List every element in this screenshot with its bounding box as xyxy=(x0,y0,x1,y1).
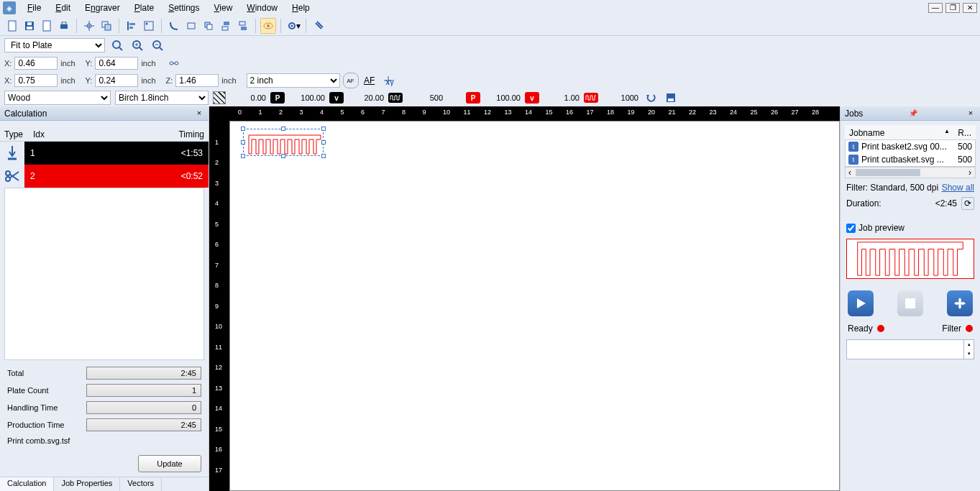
x2-input[interactable] xyxy=(14,74,58,87)
job-artwork[interactable] xyxy=(247,134,322,155)
x1-input[interactable] xyxy=(14,57,58,70)
y1-input[interactable] xyxy=(95,57,138,70)
zoom-select[interactable]: Fit to Plate xyxy=(4,38,105,52)
stop-button[interactable] xyxy=(897,290,923,316)
svg-rect-23 xyxy=(241,27,247,30)
zoom-out-icon[interactable] xyxy=(150,37,165,53)
black-v: 20.00 xyxy=(348,93,384,102)
black-ppi: 500 xyxy=(407,93,443,102)
link-xy-icon[interactable] xyxy=(166,55,182,71)
play-button[interactable] xyxy=(848,290,874,316)
save-material-icon[interactable] xyxy=(663,90,679,106)
canvas-area: 0123456789101112131415161718192021222324… xyxy=(209,106,840,491)
zoom-fit-icon[interactable] xyxy=(109,37,125,53)
material-row: Wood Birch 1.8inch 0.00 P100.00 v20.00 5… xyxy=(0,89,980,106)
y2-input[interactable] xyxy=(95,74,138,87)
red-v: 1.00 xyxy=(544,93,580,102)
show-all-link[interactable]: Show all xyxy=(942,183,974,193)
pin-icon[interactable]: 📌 xyxy=(909,109,917,117)
tab-calculation[interactable]: Calculation xyxy=(0,477,54,491)
outline-icon[interactable] xyxy=(166,18,182,34)
svg-rect-44 xyxy=(668,98,674,101)
update-button[interactable]: Update xyxy=(138,455,201,472)
thickness-select[interactable]: 2 inch xyxy=(247,73,340,88)
jobs-header[interactable]: Jobname▲R... xyxy=(845,125,976,140)
menu-window[interactable]: Window xyxy=(239,1,285,14)
filter-input[interactable]: ▴▾ xyxy=(846,339,974,359)
menu-plate[interactable]: Plate xyxy=(127,1,161,14)
rect-tool-icon[interactable] xyxy=(183,18,199,34)
menu-settings[interactable]: Settings xyxy=(161,1,206,14)
svg-line-33 xyxy=(139,47,142,50)
jobs-scrollbar[interactable]: ‹› xyxy=(845,167,976,178)
configure-icon[interactable] xyxy=(311,18,326,34)
tab-vectors[interactable]: Vectors xyxy=(120,477,162,491)
calc-row[interactable]: 1<1:53 xyxy=(0,142,209,165)
menu-view[interactable]: View xyxy=(207,1,240,14)
close-jobs-icon[interactable]: × xyxy=(966,109,976,119)
print-icon[interactable] xyxy=(56,18,72,34)
xyz-move-icon[interactable]: xyz xyxy=(380,73,396,88)
menu-engraver[interactable]: Engraver xyxy=(78,1,127,14)
red-p: 100.00 xyxy=(485,93,521,102)
maximize-icon[interactable]: ❐ xyxy=(945,3,960,13)
calc-row[interactable]: 2<0:52 xyxy=(0,165,209,188)
z-input[interactable] xyxy=(175,74,219,87)
menubar: ◈ File Edit Engraver Plate Settings View… xyxy=(0,0,980,16)
print-file: Print comb.svg.tsf xyxy=(7,433,201,455)
order-back-icon[interactable] xyxy=(235,18,251,34)
svg-rect-21 xyxy=(222,27,228,30)
coord-row-1: X:inch Y:inch xyxy=(0,55,980,72)
red-v-badge: v xyxy=(525,92,539,104)
align-left-icon[interactable] xyxy=(124,18,139,34)
menu-help[interactable]: Help xyxy=(285,1,317,14)
close-panel-icon[interactable]: × xyxy=(194,109,204,119)
calc-title: Calculation xyxy=(4,109,47,119)
undo-icon[interactable] xyxy=(643,90,659,106)
red-ppi: 1000 xyxy=(603,93,638,102)
handling-value: 0 xyxy=(86,401,201,414)
close-icon[interactable]: ✕ xyxy=(963,3,977,13)
eye-icon[interactable] xyxy=(260,18,276,34)
autofocus-icon[interactable]: AF xyxy=(343,73,359,88)
material-group-select[interactable]: Wood xyxy=(4,91,111,105)
material-name-select[interactable]: Birch 1.8inch xyxy=(115,91,209,105)
new-icon[interactable] xyxy=(4,18,20,34)
af-down-icon[interactable]: AF xyxy=(362,73,377,88)
ruler-horizontal: 0123456789101112131415161718192021222324… xyxy=(229,106,840,121)
job-row[interactable]: tPrint cutbasket.svg ...500 xyxy=(846,153,975,166)
hatch-icon[interactable] xyxy=(213,91,226,104)
stack-icon[interactable] xyxy=(201,18,216,34)
filter-label: Filter xyxy=(942,323,961,334)
ready-dot xyxy=(877,325,884,332)
marker-icon[interactable] xyxy=(141,18,157,34)
refresh-icon[interactable]: ⟳ xyxy=(961,197,974,210)
menu-edit[interactable]: Edit xyxy=(48,1,78,14)
tab-job-properties[interactable]: Job Properties xyxy=(54,477,120,491)
svg-rect-5 xyxy=(60,24,68,29)
order-front-icon[interactable] xyxy=(218,18,234,34)
job-preview-checkbox[interactable]: Job preview xyxy=(846,223,974,233)
svg-text:xyz: xyz xyxy=(385,77,394,86)
duration-value: <2:45 xyxy=(935,198,957,208)
save-icon[interactable] xyxy=(22,18,37,34)
job-row[interactable]: tPrint basket2.svg 00...500 xyxy=(846,140,975,153)
engrave-icon xyxy=(0,144,24,162)
prod-value: 2:45 xyxy=(86,418,201,431)
svg-rect-14 xyxy=(129,27,133,29)
zoom-in-icon[interactable] xyxy=(129,37,145,53)
svg-point-28 xyxy=(113,41,120,48)
exhaust-button[interactable] xyxy=(947,290,973,316)
ruler-vertical: 1234567891011121314151617 xyxy=(209,121,229,491)
job-icon: t xyxy=(848,142,858,152)
duplicate-icon[interactable] xyxy=(99,18,114,34)
snap-icon[interactable] xyxy=(81,18,97,34)
svg-rect-50 xyxy=(905,298,915,308)
svg-rect-22 xyxy=(239,22,245,25)
canvas[interactable] xyxy=(229,121,840,491)
minimize-icon[interactable]: — xyxy=(928,3,943,13)
gear-icon[interactable]: ▾ xyxy=(285,18,301,34)
open-icon[interactable] xyxy=(39,18,55,34)
black-p: 100.00 xyxy=(289,93,325,102)
menu-file[interactable]: File xyxy=(20,1,48,14)
